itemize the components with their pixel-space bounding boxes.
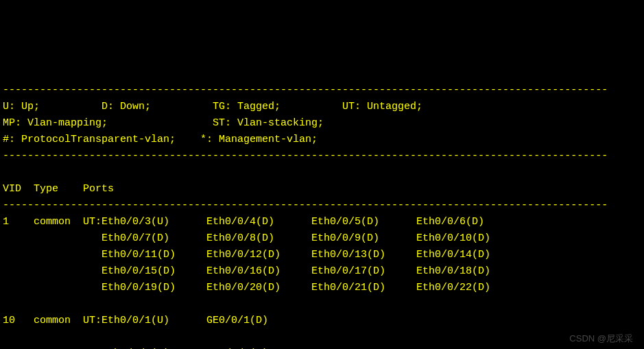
legend-line-1: U: Up; D: Down; TG: Tagged; UT: Untagged…	[3, 101, 422, 112]
column-header-ports: VID Type Ports	[3, 183, 114, 195]
vlan-1-row-5: Eth0/0/19(D) Eth0/0/20(D) Eth0/0/21(D) E…	[3, 282, 490, 293]
vlan-10-row: 10 common UT:Eth0/0/1(U) GE0/0/1(D)	[3, 315, 268, 326]
watermark-text: CSDN @尼采采	[569, 332, 633, 346]
legend-line-3: #: ProtocolTransparent-vlan; *: Manageme…	[3, 134, 318, 145]
vlan-1-row-1: 1 common UT:Eth0/0/3(U) Eth0/0/4(D) Eth0…	[3, 216, 484, 228]
vlan-1-row-2: Eth0/0/7(D) Eth0/0/8(D) Eth0/0/9(D) Eth0…	[3, 232, 490, 244]
divider-header1: ----------------------------------------…	[3, 200, 608, 211]
terminal-output: ----------------------------------------…	[0, 66, 644, 349]
vlan-1-row-3: Eth0/0/11(D) Eth0/0/12(D) Eth0/0/13(D) E…	[3, 249, 490, 261]
vlan-1-row-4: Eth0/0/15(D) Eth0/0/16(D) Eth0/0/17(D) E…	[3, 265, 490, 277]
divider-legend: ----------------------------------------…	[3, 150, 608, 162]
divider-top: ----------------------------------------…	[3, 84, 608, 96]
legend-line-2: MP: Vlan-mapping; ST: Vlan-stacking;	[3, 117, 324, 129]
